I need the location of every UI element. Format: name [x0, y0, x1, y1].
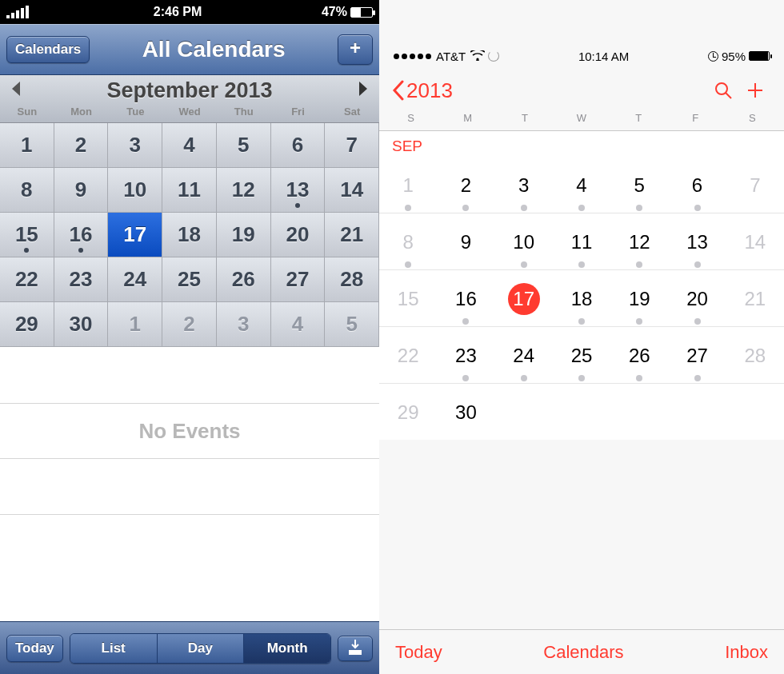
day-cell[interactable]: 27	[271, 257, 326, 302]
signal-icon	[394, 54, 431, 59]
day-cell[interactable]: 13	[271, 168, 326, 213]
day-number: 17	[508, 283, 540, 315]
day-cell[interactable]: 25	[162, 257, 217, 302]
day-cell[interactable]: 24	[495, 340, 553, 372]
day-cell[interactable]: 4	[162, 123, 217, 168]
add-event-button[interactable]	[739, 81, 771, 100]
day-cell[interactable]: 2	[54, 123, 109, 168]
prev-month-button[interactable]	[5, 80, 27, 101]
back-year-button[interactable]: 2013	[392, 78, 453, 103]
battery-percent: 47%	[322, 5, 347, 19]
today-button[interactable]: Today	[395, 642, 442, 663]
day-cell[interactable]: 13	[668, 226, 726, 258]
day-cell[interactable]: 28	[325, 257, 379, 302]
month-grid: 1234567891011121314151617181920212223242…	[0, 123, 379, 347]
day-cell[interactable]: 8	[0, 168, 54, 213]
day-cell[interactable]: 21	[325, 213, 379, 257]
day-cell[interactable]: 26	[217, 257, 271, 302]
day-cell[interactable]: 19	[610, 283, 668, 315]
day-cell[interactable]: 3	[108, 123, 162, 168]
day-cell[interactable]: 5	[217, 123, 271, 168]
calendars-button[interactable]: Calendars	[543, 642, 623, 663]
svg-point-2	[716, 83, 727, 94]
day-cell[interactable]: 4	[271, 302, 326, 347]
day-number: 8	[392, 226, 424, 258]
day-cell[interactable]: 29	[379, 397, 437, 429]
day-cell[interactable]: 15	[0, 213, 54, 257]
day-cell[interactable]: 1	[108, 302, 162, 347]
day-cell[interactable]: 29	[0, 302, 54, 347]
day-cell[interactable]: 12	[610, 226, 668, 258]
svg-point-1	[477, 58, 479, 60]
day-cell[interactable]: 8	[379, 226, 437, 258]
day-cell[interactable]: 20	[271, 213, 326, 257]
day-cell[interactable]: 26	[610, 340, 668, 372]
empty-row	[0, 459, 379, 515]
day-cell[interactable]: 3	[217, 302, 271, 347]
day-cell[interactable]: 20	[668, 283, 726, 315]
day-number: 6	[682, 169, 714, 201]
day-cell[interactable]: 7	[325, 123, 379, 168]
day-number: 25	[566, 340, 598, 372]
bottom-toolbar: Today List Day Month	[0, 621, 379, 674]
weekday-label: Tue	[108, 106, 162, 118]
day-cell[interactable]: 23	[54, 257, 109, 302]
day-cell[interactable]: 16	[54, 213, 109, 257]
day-cell[interactable]: 10	[495, 226, 553, 258]
plus-icon	[746, 81, 765, 100]
day-cell[interactable]: 2	[162, 302, 217, 347]
day-cell[interactable]: 24	[108, 257, 162, 302]
next-month-button[interactable]	[352, 80, 374, 101]
import-button[interactable]	[338, 636, 373, 661]
day-cell[interactable]: 21	[726, 283, 784, 315]
day-view-button[interactable]: Day	[158, 634, 245, 663]
add-event-button[interactable]: +	[338, 34, 373, 65]
day-cell[interactable]: 11	[553, 226, 610, 258]
day-cell[interactable]: 22	[0, 257, 54, 302]
day-cell[interactable]: 18	[553, 283, 610, 315]
nav-bar: 2013	[379, 69, 784, 112]
week-row: 22232425262728	[379, 327, 784, 384]
day-cell[interactable]: 17	[108, 213, 162, 257]
month-view-button[interactable]: Month	[244, 634, 330, 663]
download-icon	[346, 638, 364, 656]
day-cell[interactable]: 15	[379, 283, 437, 315]
calendars-back-button[interactable]: Calendars	[6, 36, 90, 63]
day-cell[interactable]: 28	[726, 340, 784, 372]
day-cell[interactable]: 25	[553, 340, 610, 372]
day-cell[interactable]: 11	[162, 168, 217, 213]
day-cell[interactable]: 7	[726, 169, 784, 201]
day-cell[interactable]: 5	[325, 302, 379, 347]
inbox-button[interactable]: Inbox	[725, 642, 768, 663]
day-cell[interactable]: 2	[437, 169, 494, 201]
day-cell[interactable]: 14	[726, 226, 784, 258]
day-cell[interactable]: 1	[379, 169, 437, 201]
today-button[interactable]: Today	[6, 635, 63, 662]
day-cell[interactable]: 19	[217, 213, 271, 257]
weekday-label: Wed	[162, 106, 217, 118]
search-button[interactable]	[707, 81, 739, 100]
day-number: 19	[623, 283, 655, 315]
day-cell[interactable]: 6	[271, 123, 326, 168]
day-cell[interactable]: 12	[217, 168, 271, 213]
day-number: 26	[623, 340, 655, 372]
day-cell[interactable]: 4	[553, 169, 610, 201]
day-cell[interactable]: 1	[0, 123, 54, 168]
day-cell[interactable]: 5	[610, 169, 668, 201]
day-cell[interactable]: 3	[495, 169, 553, 201]
day-cell	[726, 397, 784, 429]
day-cell[interactable]: 18	[162, 213, 217, 257]
day-cell[interactable]: 14	[325, 168, 379, 213]
day-cell[interactable]: 10	[108, 168, 162, 213]
day-cell[interactable]: 9	[437, 226, 494, 258]
day-cell[interactable]: 16	[437, 283, 494, 315]
day-cell[interactable]: 30	[54, 302, 109, 347]
day-cell[interactable]: 6	[668, 169, 726, 201]
day-cell[interactable]: 9	[54, 168, 109, 213]
day-cell[interactable]: 22	[379, 340, 437, 372]
day-cell[interactable]: 23	[437, 340, 494, 372]
day-cell[interactable]: 17	[495, 283, 553, 315]
day-cell[interactable]: 27	[668, 340, 726, 372]
day-cell[interactable]: 30	[437, 397, 494, 429]
list-view-button[interactable]: List	[70, 634, 158, 663]
